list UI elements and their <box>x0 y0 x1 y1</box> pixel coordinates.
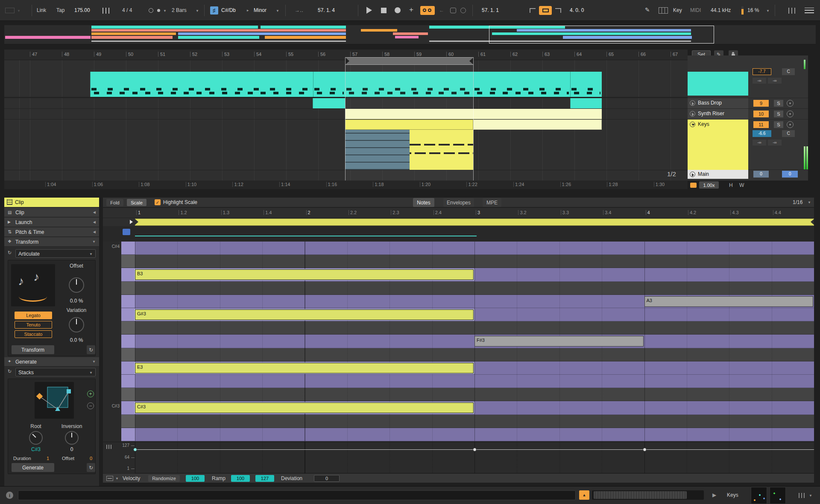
scale-mode-value[interactable]: Minor <box>254 7 266 13</box>
piano-key-G3[interactable] <box>121 321 135 335</box>
midi-note-A3[interactable]: A3 <box>644 296 814 307</box>
stacks-graphic[interactable] <box>35 382 74 419</box>
collapse-arrow-icon[interactable]: ◀ <box>93 220 96 224</box>
scale-icon[interactable]: ♯ <box>210 6 218 15</box>
tap-button[interactable]: Tap <box>56 7 64 13</box>
lane-caret-icon[interactable]: ▼ <box>115 477 119 481</box>
clip-overview-line[interactable] <box>135 236 477 236</box>
sample-rate-value[interactable]: 44.1 kHz <box>711 7 731 13</box>
gen-offset-value[interactable]: 0 <box>90 456 92 461</box>
piano-key-C3[interactable] <box>121 415 135 428</box>
browser-toggle-icon[interactable] <box>5 8 15 13</box>
legato-mode-button[interactable]: Legato <box>15 312 52 319</box>
tab-envelopes[interactable]: Envelopes <box>443 198 474 207</box>
track-number-badge[interactable]: 10 <box>753 111 769 117</box>
loop-length-value[interactable]: 4. 0. 0 <box>570 7 584 13</box>
velocity-marker[interactable] <box>643 448 647 452</box>
midi-note-F#3[interactable]: F#3 <box>474 336 644 347</box>
track-name-cell-main[interactable]: Main <box>688 170 748 179</box>
track-name-cell-synth-riser[interactable]: Synth Riser <box>688 109 748 119</box>
root-knob[interactable] <box>29 431 43 445</box>
link-button[interactable]: Link <box>37 7 46 13</box>
levels-caret-icon[interactable]: ▼ <box>809 494 812 498</box>
time-signature-value[interactable]: 4 / 4 <box>122 7 132 13</box>
clip-scroll-marker[interactable] <box>123 229 130 235</box>
note-row-B2[interactable] <box>135 428 814 441</box>
note-row-C4[interactable] <box>135 255 814 268</box>
tempo-value[interactable]: 175.00 <box>74 7 90 13</box>
section-tab-launch[interactable]: ▶ Launch ◀ <box>4 218 99 227</box>
clip-panel-header[interactable]: Clip <box>4 198 99 207</box>
piano-key-A#3[interactable] <box>121 282 135 295</box>
ramp-to-value[interactable]: 127 <box>255 475 274 482</box>
track-fold-icon[interactable] <box>690 172 695 177</box>
cue-button[interactable] <box>787 111 794 117</box>
variation-knob[interactable] <box>69 317 84 332</box>
follow-button[interactable]: →‥ <box>295 7 303 13</box>
root-value[interactable]: C#3 <box>19 446 53 452</box>
keys-clip-title-continuation[interactable] <box>473 119 602 130</box>
piano-key-C#4[interactable] <box>121 242 135 255</box>
midi-track-clips[interactable] <box>570 72 602 97</box>
menu-hamburger-icon[interactable] <box>805 8 814 13</box>
note-row-C3[interactable] <box>135 415 814 428</box>
midi-map-button[interactable]: MIDI <box>690 7 701 13</box>
main-pan-value[interactable]: 0 <box>782 171 798 178</box>
generate-tool-dropdown[interactable]: Stacks ▼ <box>15 368 96 376</box>
record-button[interactable] <box>395 7 401 13</box>
staccato-mode-button[interactable]: Staccato <box>15 330 52 338</box>
quantization-value[interactable]: 2 Bars <box>172 7 187 13</box>
zoom-scroll-handle[interactable] <box>594 491 687 499</box>
cpu-load-value[interactable]: 16 % <box>747 7 759 13</box>
velocity-marker[interactable] <box>473 448 477 452</box>
midi-note-B3[interactable]: B3 <box>135 269 474 280</box>
clip-loop-bar[interactable] <box>135 218 814 226</box>
duration-value[interactable]: 1 <box>47 456 49 461</box>
midi-beat-ruler[interactable]: 11.21.31.422.22.32.433.23.33.444.24.34.4 <box>103 208 814 218</box>
add-voice-button[interactable]: + <box>87 390 94 397</box>
section-tab-clip[interactable]: ▤ Clip ◀ <box>4 208 99 217</box>
bass-drop-clips[interactable] <box>313 98 345 108</box>
ramp-from-value[interactable]: 100 <box>231 475 250 482</box>
arrangement-position-value[interactable]: 57. 1. 4 <box>318 7 335 13</box>
midi-note-E3[interactable]: E3 <box>135 363 474 373</box>
punch-out-button[interactable] <box>555 8 561 13</box>
note-row-D3[interactable] <box>135 388 814 401</box>
w-zoom-button[interactable]: W <box>739 182 744 188</box>
midi-track-clips[interactable] <box>313 72 345 97</box>
section-tab-transform[interactable]: ❖ Transform ▼ <box>4 237 99 247</box>
quantization-caret-icon[interactable]: ▼ <box>196 9 199 13</box>
offset-value[interactable]: 0.0 % <box>59 298 94 304</box>
collapse-arrow-icon[interactable]: ◀ <box>93 210 96 214</box>
time-ruler[interactable]: 1:041:061:081:101:121:141:161:181:201:22… <box>4 181 688 189</box>
solo-button[interactable]: S <box>774 111 783 117</box>
piano-key-F#3[interactable] <box>121 335 135 348</box>
browser-toggle-caret-icon[interactable]: ▼ <box>17 9 20 13</box>
solo-button[interactable]: S <box>774 100 783 107</box>
punch-in-button[interactable] <box>530 8 536 13</box>
capture-midi-button[interactable] <box>450 8 456 13</box>
variation-value[interactable]: 0.0 % <box>59 337 94 343</box>
piano-key-D#3[interactable] <box>121 375 135 388</box>
hidden-send-a-value[interactable]: -∞ <box>753 78 766 84</box>
cue-button[interactable] <box>787 100 794 107</box>
play-button[interactable] <box>366 7 372 14</box>
section-tab-pitch-time[interactable]: ⇅ Pitch & Time ◀ <box>4 227 99 237</box>
piano-key-F3[interactable] <box>121 348 135 361</box>
deviation-value[interactable]: 0 <box>314 475 340 482</box>
midi-track-clips[interactable] <box>473 72 570 97</box>
track-number-badge[interactable]: 9 <box>753 100 769 107</box>
metronome-bars-icon[interactable] <box>102 8 110 14</box>
transform-apply-button[interactable]: Transform <box>12 345 54 354</box>
loop-start-marker-icon[interactable] <box>130 220 133 224</box>
loop-button[interactable] <box>539 6 552 15</box>
piano-key-B2[interactable] <box>121 428 135 441</box>
track-name-cell-bass-drop[interactable]: Bass Drop <box>688 98 748 108</box>
stop-button[interactable] <box>381 8 387 13</box>
metronome-caret-icon[interactable]: ▼ <box>163 9 167 13</box>
remove-voice-button[interactable]: − <box>87 402 94 409</box>
note-row-D#3[interactable] <box>135 375 814 388</box>
hidden-volume-value[interactable]: -7.7 <box>753 68 771 75</box>
main-volume-value[interactable]: 0 <box>753 171 769 178</box>
track-number-badge[interactable]: 11 <box>753 121 769 128</box>
